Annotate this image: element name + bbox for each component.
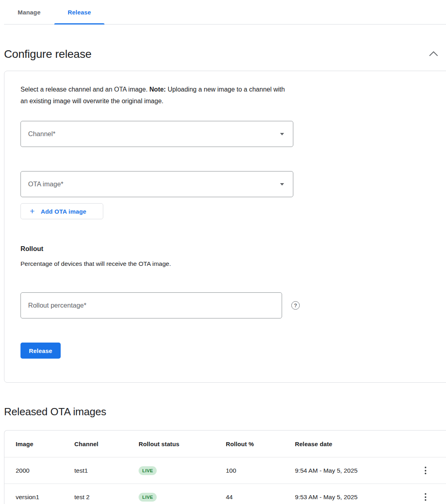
note-prefix: Select a release channel and an OTA imag… xyxy=(20,86,149,93)
column-header-release-date: Release date xyxy=(295,441,420,447)
add-ota-image-label: Add OTA image xyxy=(41,208,86,215)
rollout-percentage-input[interactable]: Rollout percentage* xyxy=(20,292,282,318)
collapse-section-button[interactable] xyxy=(427,49,440,60)
rollout-heading: Rollout xyxy=(20,245,446,253)
row-menu-button[interactable] xyxy=(420,464,431,477)
tab-release-label: Release xyxy=(68,9,91,16)
rollout-percentage-placeholder: Rollout percentage* xyxy=(28,302,86,309)
cell-rollout-percent: 44 xyxy=(226,494,295,501)
add-ota-image-button[interactable]: + Add OTA image xyxy=(20,203,103,219)
table-header-row: Image Channel Rollout status Rollout % R… xyxy=(4,431,446,457)
note-bold: Note: xyxy=(149,86,166,93)
kebab-icon xyxy=(425,467,426,468)
release-button[interactable]: Release xyxy=(20,343,61,359)
column-header-channel: Channel xyxy=(74,441,139,447)
cell-rollout-status: LIVE xyxy=(139,466,226,475)
dropdown-arrow-icon xyxy=(280,183,284,186)
active-tab-indicator xyxy=(54,23,104,24)
rollout-description: Percentage of devices that will receive … xyxy=(20,260,446,267)
chevron-up-icon xyxy=(428,53,439,59)
plus-icon: + xyxy=(30,207,35,215)
rollout-input-row: Rollout percentage* ? xyxy=(20,292,446,318)
cell-release-date: 9:53 AM - May 5, 2025 xyxy=(295,494,420,501)
configure-release-header: Configure release xyxy=(0,24,446,61)
cell-image: 2000 xyxy=(16,467,74,474)
tab-manage-label: Manage xyxy=(18,9,41,16)
cell-rollout-status: LIVE xyxy=(139,493,226,502)
release-button-label: Release xyxy=(29,347,52,354)
column-header-image: Image xyxy=(16,441,74,447)
kebab-icon xyxy=(425,493,426,495)
cell-channel: test1 xyxy=(74,467,139,474)
tab-release[interactable]: Release xyxy=(54,0,104,24)
channel-select[interactable]: Channel* xyxy=(20,121,293,147)
question-mark-glyph: ? xyxy=(294,302,297,308)
ota-image-select[interactable]: OTA image* xyxy=(20,171,293,197)
released-ota-images-table: Image Channel Rollout status Rollout % R… xyxy=(4,430,446,504)
release-note-text: Select a release channel and an OTA imag… xyxy=(20,84,291,107)
table-row: version1 test 2 LIVE 44 9:53 AM - May 5,… xyxy=(4,484,446,504)
dropdown-arrow-icon xyxy=(280,133,284,135)
released-ota-images-title: Released OTA images xyxy=(4,406,446,418)
column-header-rollout-percent: Rollout % xyxy=(226,441,295,447)
table-row: 2000 test1 LIVE 100 9:54 AM - May 5, 202… xyxy=(4,457,446,484)
tab-manage[interactable]: Manage xyxy=(4,0,54,24)
row-menu-button[interactable] xyxy=(420,491,431,503)
help-icon[interactable]: ? xyxy=(291,301,300,310)
configure-release-card: Select a release channel and an OTA imag… xyxy=(4,71,446,383)
cell-rollout-percent: 100 xyxy=(226,467,295,474)
cell-release-date: 9:54 AM - May 5, 2025 xyxy=(295,467,420,474)
live-status-badge: LIVE xyxy=(139,466,157,475)
channel-select-label: Channel* xyxy=(28,130,55,138)
column-header-rollout-status: Rollout status xyxy=(139,441,226,447)
cell-channel: test 2 xyxy=(74,494,139,501)
cell-image: version1 xyxy=(16,494,74,501)
configure-release-title: Configure release xyxy=(4,48,92,61)
live-status-badge: LIVE xyxy=(139,493,157,502)
ota-image-select-label: OTA image* xyxy=(28,180,63,188)
tab-bar: Manage Release xyxy=(4,0,446,24)
